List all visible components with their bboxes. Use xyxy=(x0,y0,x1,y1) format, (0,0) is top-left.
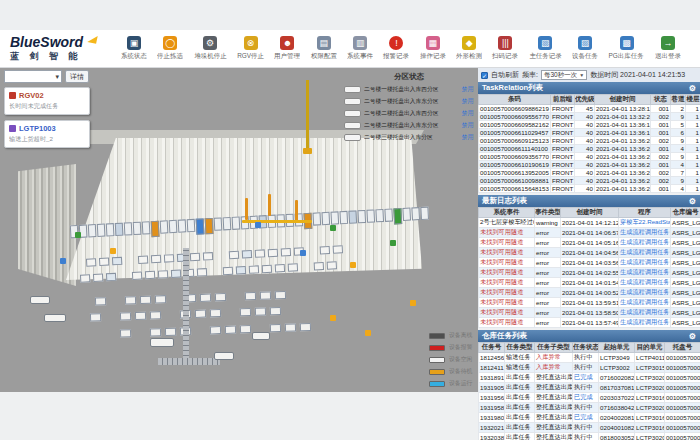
toolbar-button-label: 系统事件 xyxy=(347,51,373,60)
table-row[interactable]: 00100570006609886219FRONT452021-04-01 13… xyxy=(479,105,700,113)
table-row[interactable]: 00100570006610098881FRONT402021-04-01 13… xyxy=(479,177,700,185)
toolbar-button-pg-out-tasks[interactable]: ▩ PG出库任务 xyxy=(607,36,645,61)
table-row[interactable]: 1931958出库任务整托直达出库执行中0716038042LCTP302000… xyxy=(479,403,700,413)
table-row[interactable]: 00100570006615648153FRONT402021-04-01 13… xyxy=(479,185,700,193)
toolbar-button-stop-picking[interactable]: ◯ 停止拣选 xyxy=(156,36,184,61)
toolbar-button-device-tasks[interactable]: ▨ 设备任务 xyxy=(571,36,599,61)
table-cell: 输送任务 xyxy=(505,363,535,373)
zone-disable-link[interactable]: 禁用 xyxy=(462,121,474,129)
table-row[interactable]: 00100570006611029457FRONT402021-04-01 13… xyxy=(479,129,700,137)
toolbar-button-main-tasks[interactable]: ▧ 主任务记录 xyxy=(528,36,563,61)
gear-icon[interactable]: ⚙ xyxy=(689,197,696,206)
table-row[interactable]: 1932021出库任务整托直达出库执行中0204001082LCTP301600… xyxy=(479,423,700,433)
gear-icon[interactable]: ⚙ xyxy=(689,332,696,341)
column-header[interactable]: 程序 xyxy=(619,208,671,218)
table-row[interactable]: 1932038出库任务整托直达出库执行中0818003052LCTP302000… xyxy=(479,433,700,440)
table-row[interactable]: 未找到可用隧道error2021-04-01 14:06:57生成流程调用任务引… xyxy=(479,228,700,238)
column-header[interactable]: 创建时间 xyxy=(561,208,619,218)
toolbar-button-label: 外形检测 xyxy=(456,51,482,60)
device-filter-select[interactable]: ▾ xyxy=(4,70,62,83)
column-header[interactable]: 系统事件 xyxy=(479,208,535,218)
toolbar-button-op-records[interactable]: ▦ 操作记录 xyxy=(419,36,447,61)
column-header[interactable]: 任务类型 xyxy=(505,343,535,353)
table-row[interactable]: 未找到可用隧道error2021-04-01 14:03:56生成流程调用任务引… xyxy=(479,258,700,268)
table-cell: FRONT xyxy=(551,137,575,145)
table-row[interactable]: 未找到可用隧道error2021-04-01 14:00:52生成流程调用任务引… xyxy=(479,288,700,298)
toolbar-button-alarm-records[interactable]: ! 报警记录 xyxy=(382,36,410,61)
table-row[interactable]: 未找到可用隧道error2021-04-01 14:04:56生成流程调用任务引… xyxy=(479,248,700,258)
auto-refresh-checkbox[interactable]: ✓ xyxy=(481,72,488,79)
column-header[interactable]: 任务子类型 xyxy=(535,343,573,353)
warehouse-3d-view[interactable]: ▾ 详情 RGV02 长时间未完成任务 LGTP1003 输送上货超时_2 分区… xyxy=(0,68,478,392)
toolbar-button-system-status[interactable]: ▣ 系统状态 xyxy=(120,36,148,61)
table-cell: 002 xyxy=(651,177,671,185)
table-row[interactable]: 00100570006609356770FRONT402021-04-01 13… xyxy=(479,153,700,161)
table-row[interactable]: 未找到可用隧道error2021-04-01 13:59:51生成流程调用任务引… xyxy=(479,298,700,308)
zone-toggle[interactable] xyxy=(344,86,361,93)
table-row[interactable]: 1931905出库任务整托直达出库执行中0817037081LCTP302000… xyxy=(479,383,700,393)
table-row[interactable]: 未找到可用隧道error2021-04-01 14:01:54生成流程调用任务引… xyxy=(479,278,700,288)
table-row[interactable]: 1812456输送任务入库异常执行中LCTP3049LCTP4011001005… xyxy=(479,353,700,363)
column-header[interactable]: 仓库编号 xyxy=(671,208,700,218)
toolbar-button-system-events[interactable]: ▥ 系统事件 xyxy=(346,36,374,61)
column-header[interactable]: 楼层 xyxy=(686,95,700,105)
column-header[interactable]: 创建时间 xyxy=(595,95,651,105)
table-row[interactable]: 00100570006609125123FRONT402021-04-01 13… xyxy=(479,137,700,145)
table-cell: 入库异常 xyxy=(535,363,573,373)
table-cell: 0010057000660 xyxy=(665,363,700,373)
table-row[interactable]: 00100570006611140100FRONT402021-04-01 13… xyxy=(479,145,700,153)
device-alert-card[interactable]: RGV02 长时间未完成任务 xyxy=(4,87,90,115)
table-row[interactable]: 00100570006613952005FRONT402021-04-01 13… xyxy=(479,169,700,177)
zone-toggle[interactable] xyxy=(344,122,361,129)
toolbar-button-user-admin[interactable]: ☻ 用户管理 xyxy=(273,36,301,61)
table-cell: 00100570006615648153 xyxy=(479,185,551,193)
toolbar-button-rgv-stop[interactable]: ⊗ RGV停止 xyxy=(236,36,265,61)
zone-disable-link[interactable]: 禁用 xyxy=(462,85,474,93)
table-row[interactable]: 2号七层穿梭车经过03路闪红灯异常warning2021-04-01 14:12… xyxy=(479,218,700,228)
toolbar-button-stacker-stop[interactable]: ⚙ 堆垛机停止 xyxy=(193,36,228,61)
table-row[interactable]: 1812411输送任务入库异常执行中LCTP3002LCTP3015001005… xyxy=(479,363,700,373)
column-header[interactable]: 条码 xyxy=(479,95,551,105)
toolbar-button-shape-check[interactable]: ◆ 外形检测 xyxy=(455,36,483,61)
table-row[interactable]: 未找到可用隧道error2021-04-01 13:58:50生成流程调用任务引… xyxy=(479,308,700,318)
nodes-icon: ▣ xyxy=(127,36,141,50)
table-row[interactable]: 未找到可用隧道error2021-04-01 14:02:55生成流程调用任务引… xyxy=(479,268,700,278)
column-header[interactable]: 任务号 xyxy=(479,343,505,353)
zone-disable-link[interactable]: 禁用 xyxy=(462,109,474,117)
column-header[interactable]: 事件类型 xyxy=(535,208,561,218)
zone-disable-link[interactable]: 禁用 xyxy=(462,97,474,105)
table-row[interactable]: 00100570006610190619FRONT402021-04-01 13… xyxy=(479,161,700,169)
toolbar-button-logout[interactable]: → 退出登录 xyxy=(654,36,682,61)
conveyor-cell xyxy=(330,211,339,224)
zone-toggle[interactable] xyxy=(344,98,361,105)
column-header[interactable]: 前后端 xyxy=(551,95,575,105)
table-cell: 已完成 xyxy=(573,413,599,423)
table-row[interactable]: 00100570006609556770FRONT402021-04-01 13… xyxy=(479,113,700,121)
column-header[interactable]: 优先级 xyxy=(575,95,595,105)
table-row[interactable]: 1931956出库任务整托直达出库已完成0203037022LCTP301600… xyxy=(479,393,700,403)
column-header[interactable]: 目的单元 xyxy=(635,343,665,353)
conveyor-cell xyxy=(366,209,375,222)
column-header[interactable]: 任务状态 xyxy=(573,343,599,353)
column-header[interactable]: 状态 xyxy=(651,95,671,105)
table-cell: 40 xyxy=(575,129,595,137)
gear-icon[interactable]: ⚙ xyxy=(689,84,696,93)
table-row[interactable]: 1931980出库任务整托直达出库已完成0204002081LCTP301600… xyxy=(479,413,700,423)
table-cell: 1 xyxy=(686,161,700,169)
detail-button[interactable]: 详情 xyxy=(65,70,89,83)
column-header[interactable]: 托盘号 xyxy=(665,343,700,353)
column-header[interactable]: 起始单元 xyxy=(599,343,635,353)
toolbar-button-scan-records[interactable]: ||| 扫码记录 xyxy=(491,36,519,61)
table-row[interactable]: 未找到可用隧道error2021-04-01 13:57:49生成流程调用任务引… xyxy=(479,318,700,328)
table-row[interactable]: 00100570006609582162FRONT402021-04-01 13… xyxy=(479,121,700,129)
table-row[interactable]: 1931891出库任务整托直达出库已完成0716002082LCTP302000… xyxy=(479,373,700,383)
zone-toggle[interactable] xyxy=(344,110,361,117)
toolbar-button-perm-config[interactable]: ▤ 权限配置 xyxy=(310,36,338,61)
zone-disable-link[interactable]: 禁用 xyxy=(462,133,474,141)
device-alert-card[interactable]: LGTP1003 输送上货超时_2 xyxy=(4,120,90,148)
column-header[interactable]: 巷道 xyxy=(671,95,686,105)
frequency-select[interactable]: 每30秒一次▼ xyxy=(541,70,587,80)
zone-toggle[interactable] xyxy=(344,134,361,141)
table-cell: 40 xyxy=(575,137,595,145)
table-row[interactable]: 未找到可用隧道error2021-04-01 14:05:16生成流程调用任务引… xyxy=(479,238,700,248)
